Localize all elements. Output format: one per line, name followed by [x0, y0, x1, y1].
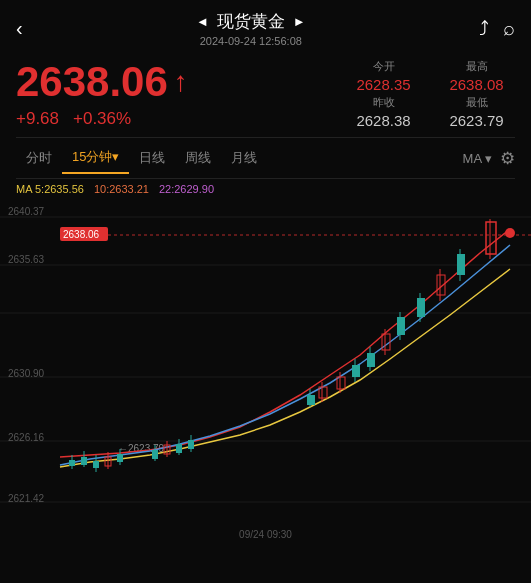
svg-rect-30 [176, 444, 182, 453]
svg-rect-24 [117, 454, 123, 462]
ma22-label: 22:2629.90 [159, 183, 214, 195]
svg-text:2635.63: 2635.63 [8, 254, 45, 265]
main-price-value: 2638.06 [16, 59, 168, 105]
svg-rect-38 [337, 377, 345, 389]
low-label: 最低 [438, 95, 515, 110]
tab-day[interactable]: 日线 [129, 143, 175, 173]
tab-ma[interactable]: MA ▾ [463, 151, 492, 166]
price-right: 今开 最高 2628.35 2638.08 昨收 最低 2628.38 2623… [345, 59, 515, 129]
price-left: 2638.06 ↑ +9.68 +0.36% [16, 59, 345, 129]
high-value: 2638.08 [438, 76, 515, 93]
svg-text:2638.06: 2638.06 [63, 229, 100, 240]
today-open-label: 今开 [345, 59, 422, 74]
svg-rect-20 [93, 461, 99, 468]
header-date: 2024-09-24 12:56:08 [200, 35, 302, 47]
high-label: 最高 [438, 59, 515, 74]
svg-rect-32 [188, 440, 194, 449]
svg-rect-46 [397, 317, 405, 335]
price-arrow: ↑ [174, 67, 188, 98]
svg-rect-18 [81, 457, 87, 465]
tab-week[interactable]: 周线 [175, 143, 221, 173]
page-title: 现货黄金 [217, 10, 285, 33]
ma10-label: 10:2633.21 [94, 183, 149, 195]
svg-rect-54 [486, 222, 496, 254]
svg-rect-48 [417, 298, 425, 317]
svg-rect-40 [352, 365, 360, 377]
svg-rect-16 [69, 460, 75, 466]
price-change: +9.68 +0.36% [16, 109, 345, 129]
main-price: 2638.06 ↑ [16, 59, 345, 105]
prev-icon[interactable]: ◄ [196, 14, 209, 29]
chart-svg: 2640.37 2635.63 2630.90 2626.16 2621.42 … [0, 197, 531, 527]
price-section: 2638.06 ↑ +9.68 +0.36% 今开 最高 2628.35 263… [0, 53, 531, 137]
svg-rect-42 [367, 353, 375, 367]
back-button[interactable]: ‹ [16, 17, 23, 40]
chart-area: 2640.37 2635.63 2630.90 2626.16 2621.42 … [0, 197, 531, 527]
settings-gear-icon[interactable]: ⚙ [500, 148, 515, 169]
today-open-value: 2628.35 [345, 76, 422, 93]
tab-15min[interactable]: 15分钟▾ [62, 142, 129, 174]
header-center: ◄ 现货黄金 ► 2024-09-24 12:56:08 [23, 10, 479, 47]
header: ‹ ◄ 现货黄金 ► 2024-09-24 12:56:08 ⤴ ⌕ [0, 0, 531, 53]
svg-rect-26 [152, 450, 158, 459]
svg-point-55 [505, 228, 515, 238]
prev-close-value: 2628.38 [345, 112, 422, 129]
chart-bottom-date: 09/24 09:30 [0, 527, 531, 544]
ma5-label: MA 5:2635.56 [16, 183, 84, 195]
svg-text:2626.16: 2626.16 [8, 432, 45, 443]
share-icon[interactable]: ⤴ [479, 17, 489, 40]
svg-rect-52 [457, 254, 465, 275]
svg-rect-34 [307, 395, 315, 405]
svg-text:2621.42: 2621.42 [8, 493, 45, 504]
search-icon[interactable]: ⌕ [503, 17, 515, 40]
tab-bar: 分时 15分钟▾ 日线 周线 月线 MA ▾ ⚙ [0, 138, 531, 178]
change-pct: +0.36% [73, 109, 131, 129]
tab-fenshi[interactable]: 分时 [16, 143, 62, 173]
svg-text:2630.90: 2630.90 [8, 368, 45, 379]
ma-line: MA 5:2635.56 10:2633.21 22:2629.90 [0, 179, 531, 197]
tab-month[interactable]: 月线 [221, 143, 267, 173]
prev-close-label: 昨收 [345, 95, 422, 110]
change-abs: +9.68 [16, 109, 59, 129]
header-right: ⤴ ⌕ [479, 17, 515, 40]
low-value: 2623.79 [438, 112, 515, 129]
next-icon[interactable]: ► [293, 14, 306, 29]
svg-text:2640.37: 2640.37 [8, 206, 45, 217]
